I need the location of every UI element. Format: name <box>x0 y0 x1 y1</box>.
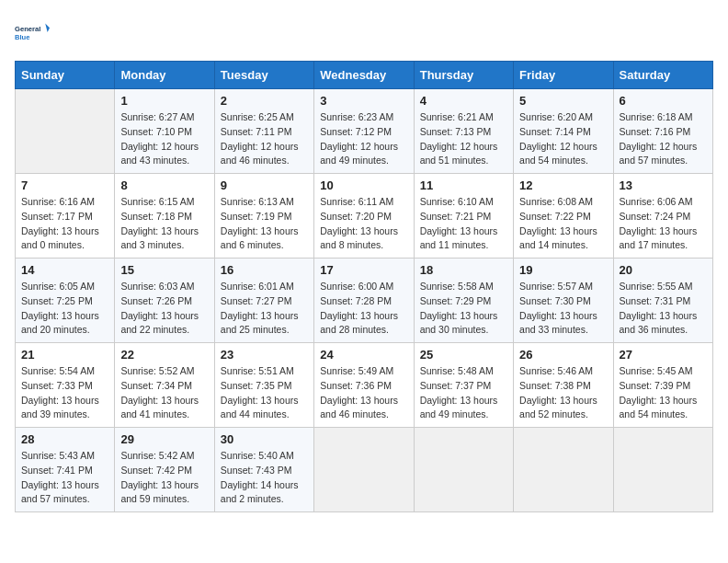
calendar-cell: 5Sunrise: 6:20 AM Sunset: 7:14 PM Daylig… <box>514 89 613 174</box>
day-number: 2 <box>221 94 308 108</box>
calendar-cell: 4Sunrise: 6:21 AM Sunset: 7:13 PM Daylig… <box>414 89 513 174</box>
day-info: Sunrise: 5:43 AM Sunset: 7:41 PM Dayligh… <box>21 449 108 507</box>
day-number: 18 <box>420 263 507 277</box>
calendar-cell: 11Sunrise: 6:10 AM Sunset: 7:21 PM Dayli… <box>414 174 513 259</box>
calendar-cell: 14Sunrise: 6:05 AM Sunset: 7:25 PM Dayli… <box>16 259 115 343</box>
calendar-cell: 3Sunrise: 6:23 AM Sunset: 7:12 PM Daylig… <box>314 89 414 174</box>
svg-text:Blue: Blue <box>15 33 29 41</box>
day-number: 7 <box>21 178 108 192</box>
header-monday: Monday <box>115 62 214 89</box>
day-info: Sunrise: 6:23 AM Sunset: 7:12 PM Dayligh… <box>320 110 407 168</box>
day-number: 29 <box>120 432 208 446</box>
calendar-cell: 7Sunrise: 6:16 AM Sunset: 7:17 PM Daylig… <box>16 174 115 259</box>
day-info: Sunrise: 6:01 AM Sunset: 7:27 PM Dayligh… <box>221 280 308 338</box>
day-info: Sunrise: 6:21 AM Sunset: 7:13 PM Dayligh… <box>420 110 507 168</box>
day-number: 22 <box>120 348 208 362</box>
header-row: SundayMondayTuesdayWednesdayThursdayFrid… <box>16 62 713 89</box>
day-info: Sunrise: 6:11 AM Sunset: 7:20 PM Dayligh… <box>320 195 407 253</box>
calendar-cell: 23Sunrise: 5:51 AM Sunset: 7:35 PM Dayli… <box>214 343 313 428</box>
day-number: 25 <box>420 348 507 362</box>
header-tuesday: Tuesday <box>214 62 313 89</box>
calendar-cell <box>514 428 613 512</box>
day-number: 9 <box>221 178 308 192</box>
day-info: Sunrise: 5:42 AM Sunset: 7:42 PM Dayligh… <box>120 449 208 507</box>
day-info: Sunrise: 5:57 AM Sunset: 7:30 PM Dayligh… <box>519 280 607 338</box>
day-number: 4 <box>420 94 507 108</box>
week-row-1: 7Sunrise: 6:16 AM Sunset: 7:17 PM Daylig… <box>16 174 713 259</box>
day-info: Sunrise: 6:00 AM Sunset: 7:28 PM Dayligh… <box>320 280 407 338</box>
day-info: Sunrise: 5:58 AM Sunset: 7:29 PM Dayligh… <box>420 280 507 338</box>
week-row-2: 14Sunrise: 6:05 AM Sunset: 7:25 PM Dayli… <box>16 259 713 343</box>
calendar-cell: 17Sunrise: 6:00 AM Sunset: 7:28 PM Dayli… <box>314 259 414 343</box>
week-row-4: 28Sunrise: 5:43 AM Sunset: 7:41 PM Dayli… <box>16 428 713 512</box>
calendar-cell: 1Sunrise: 6:27 AM Sunset: 7:10 PM Daylig… <box>115 89 214 174</box>
header-friday: Friday <box>514 62 613 89</box>
day-info: Sunrise: 5:49 AM Sunset: 7:36 PM Dayligh… <box>320 364 407 422</box>
day-info: Sunrise: 5:48 AM Sunset: 7:37 PM Dayligh… <box>420 364 507 422</box>
day-info: Sunrise: 5:40 AM Sunset: 7:43 PM Dayligh… <box>221 449 308 507</box>
calendar-cell: 13Sunrise: 6:06 AM Sunset: 7:24 PM Dayli… <box>613 174 712 259</box>
calendar-cell <box>314 428 414 512</box>
day-number: 5 <box>519 94 607 108</box>
header-sunday: Sunday <box>16 62 115 89</box>
calendar-cell: 9Sunrise: 6:13 AM Sunset: 7:19 PM Daylig… <box>214 174 313 259</box>
calendar-cell: 18Sunrise: 5:58 AM Sunset: 7:29 PM Dayli… <box>414 259 513 343</box>
calendar-cell: 12Sunrise: 6:08 AM Sunset: 7:22 PM Dayli… <box>514 174 613 259</box>
day-number: 6 <box>620 94 707 108</box>
day-number: 1 <box>120 94 208 108</box>
day-number: 12 <box>519 178 607 192</box>
calendar-cell <box>16 89 115 174</box>
day-info: Sunrise: 6:05 AM Sunset: 7:25 PM Dayligh… <box>21 280 108 338</box>
calendar-cell <box>613 428 712 512</box>
day-info: Sunrise: 6:18 AM Sunset: 7:16 PM Dayligh… <box>620 110 707 168</box>
page-header: General Blue <box>15 15 713 50</box>
header-wednesday: Wednesday <box>314 62 414 89</box>
day-info: Sunrise: 6:06 AM Sunset: 7:24 PM Dayligh… <box>620 195 707 253</box>
svg-text:General: General <box>15 25 40 33</box>
svg-marker-2 <box>45 24 50 33</box>
day-number: 27 <box>620 348 707 362</box>
calendar-cell: 24Sunrise: 5:49 AM Sunset: 7:36 PM Dayli… <box>314 343 414 428</box>
day-number: 17 <box>320 263 407 277</box>
calendar-cell: 29Sunrise: 5:42 AM Sunset: 7:42 PM Dayli… <box>115 428 214 512</box>
week-row-3: 21Sunrise: 5:54 AM Sunset: 7:33 PM Dayli… <box>16 343 713 428</box>
day-number: 11 <box>420 178 507 192</box>
calendar-cell <box>414 428 513 512</box>
day-number: 14 <box>21 263 108 277</box>
day-info: Sunrise: 5:46 AM Sunset: 7:38 PM Dayligh… <box>519 364 607 422</box>
day-number: 30 <box>221 432 308 446</box>
calendar-cell: 10Sunrise: 6:11 AM Sunset: 7:20 PM Dayli… <box>314 174 414 259</box>
day-info: Sunrise: 5:52 AM Sunset: 7:34 PM Dayligh… <box>120 364 208 422</box>
day-info: Sunrise: 5:55 AM Sunset: 7:31 PM Dayligh… <box>620 280 707 338</box>
day-info: Sunrise: 6:13 AM Sunset: 7:19 PM Dayligh… <box>221 195 308 253</box>
day-info: Sunrise: 5:54 AM Sunset: 7:33 PM Dayligh… <box>21 364 108 422</box>
day-number: 10 <box>320 178 407 192</box>
header-thursday: Thursday <box>414 62 513 89</box>
calendar-cell: 30Sunrise: 5:40 AM Sunset: 7:43 PM Dayli… <box>214 428 313 512</box>
day-number: 13 <box>620 178 707 192</box>
day-number: 15 <box>120 263 208 277</box>
day-number: 21 <box>21 348 108 362</box>
calendar-cell: 16Sunrise: 6:01 AM Sunset: 7:27 PM Dayli… <box>214 259 313 343</box>
calendar-cell: 28Sunrise: 5:43 AM Sunset: 7:41 PM Dayli… <box>16 428 115 512</box>
day-number: 26 <box>519 348 607 362</box>
day-number: 8 <box>120 178 208 192</box>
day-number: 3 <box>320 94 407 108</box>
day-number: 19 <box>519 263 607 277</box>
calendar-cell: 6Sunrise: 6:18 AM Sunset: 7:16 PM Daylig… <box>613 89 712 174</box>
day-info: Sunrise: 6:03 AM Sunset: 7:26 PM Dayligh… <box>120 280 208 338</box>
day-info: Sunrise: 6:25 AM Sunset: 7:11 PM Dayligh… <box>221 110 308 168</box>
day-number: 23 <box>221 348 308 362</box>
calendar-cell: 21Sunrise: 5:54 AM Sunset: 7:33 PM Dayli… <box>16 343 115 428</box>
calendar-cell: 19Sunrise: 5:57 AM Sunset: 7:30 PM Dayli… <box>514 259 613 343</box>
day-info: Sunrise: 6:27 AM Sunset: 7:10 PM Dayligh… <box>120 110 208 168</box>
logo: General Blue <box>15 15 50 50</box>
calendar-cell: 20Sunrise: 5:55 AM Sunset: 7:31 PM Dayli… <box>613 259 712 343</box>
logo-icon: General Blue <box>15 15 50 50</box>
calendar-cell: 15Sunrise: 6:03 AM Sunset: 7:26 PM Dayli… <box>115 259 214 343</box>
week-row-0: 1Sunrise: 6:27 AM Sunset: 7:10 PM Daylig… <box>16 89 713 174</box>
calendar-cell: 2Sunrise: 6:25 AM Sunset: 7:11 PM Daylig… <box>214 89 313 174</box>
day-info: Sunrise: 5:51 AM Sunset: 7:35 PM Dayligh… <box>221 364 308 422</box>
day-info: Sunrise: 6:20 AM Sunset: 7:14 PM Dayligh… <box>519 110 607 168</box>
calendar-cell: 27Sunrise: 5:45 AM Sunset: 7:39 PM Dayli… <box>613 343 712 428</box>
